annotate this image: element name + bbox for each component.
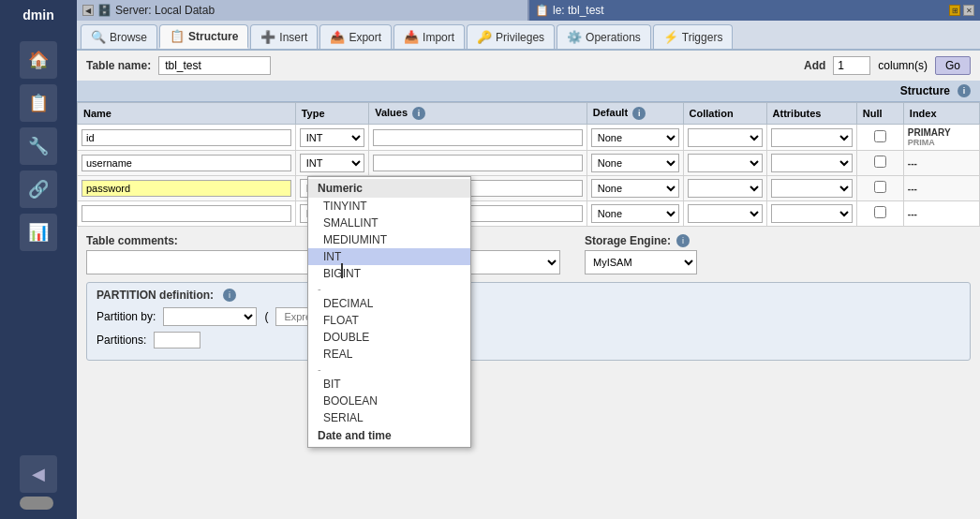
- row-1-name-cell: [78, 125, 296, 151]
- col-values: Values i: [369, 103, 587, 125]
- partition-paren-open: (: [264, 310, 268, 323]
- row-4-collation-select[interactable]: [688, 204, 763, 223]
- row-4-name-cell: [78, 201, 296, 227]
- row-3-name-input[interactable]: [82, 180, 291, 197]
- row-3-null-cell: [856, 176, 903, 201]
- storage-engine-info-icon[interactable]: i: [676, 234, 690, 247]
- tab-triggers[interactable]: ⚡ Triggers: [653, 24, 734, 49]
- tab-privileges[interactable]: 🔑 Privileges: [467, 24, 555, 49]
- window-right-close-btn[interactable]: ✕: [963, 5, 974, 16]
- dropdown-item-boolean[interactable]: BOOLEAN: [308, 393, 470, 409]
- row-1-type-cell: INT: [295, 125, 369, 151]
- row-4-default-select[interactable]: None: [591, 204, 679, 223]
- dropdown-divider-1: -: [308, 282, 470, 295]
- table-row: INT None: [78, 201, 980, 227]
- row-3-null-checkbox[interactable]: [874, 181, 886, 193]
- app-title: dmin: [22, 7, 53, 22]
- partition-info-icon[interactable]: i: [223, 289, 236, 302]
- row-2-null-cell: [856, 151, 903, 176]
- sidebar-arrow-icon[interactable]: ◀: [20, 455, 57, 493]
- row-4-index-text: ---: [908, 209, 917, 219]
- type-dropdown[interactable]: Numeric TINYINT SMALLINT MEDIUMINT INT B…: [307, 176, 471, 448]
- window-left-btn[interactable]: ◀: [82, 5, 94, 16]
- row-1-collation-select[interactable]: [688, 128, 763, 147]
- row-1-default-cell: None: [587, 125, 683, 151]
- sidebar-tool-icon[interactable]: 🔧: [20, 127, 57, 165]
- row-3-attributes-select[interactable]: [771, 179, 853, 198]
- dropdown-item-bit[interactable]: BIT: [308, 376, 470, 393]
- row-2-type-select[interactable]: INT: [300, 154, 365, 172]
- row-1-collation-cell: [683, 125, 766, 151]
- row-1-values-input[interactable]: [373, 129, 583, 146]
- row-2-name-input[interactable]: [82, 155, 291, 171]
- row-3-collation-select[interactable]: [688, 179, 763, 198]
- structure-info-icon[interactable]: i: [958, 84, 971, 97]
- tab-export[interactable]: 📤 Export: [319, 24, 392, 49]
- col-default: Default i: [587, 103, 683, 125]
- dropdown-item-decimal[interactable]: DECIMAL: [308, 295, 470, 312]
- row-3-default-select[interactable]: None: [591, 179, 679, 198]
- add-columns-input[interactable]: [833, 56, 870, 75]
- partition-header-row: PARTITION definition: i: [97, 289, 960, 302]
- tab-structure[interactable]: 📋 Structure: [159, 24, 248, 49]
- row-1-attributes-select[interactable]: [771, 128, 853, 147]
- sidebar-toggle[interactable]: [20, 497, 53, 510]
- row-3-collation-cell: [683, 176, 766, 201]
- row-1-name-input[interactable]: [82, 129, 291, 146]
- row-2-type-cell: INT: [295, 151, 369, 176]
- partitions-input[interactable]: [154, 332, 200, 348]
- sidebar-link-icon[interactable]: 🔗: [20, 171, 57, 208]
- window-right-gold-btn[interactable]: ⊞: [949, 5, 960, 16]
- dropdown-item-real[interactable]: REAL: [308, 346, 470, 363]
- dropdown-item-int[interactable]: INT: [308, 248, 470, 265]
- tab-browse[interactable]: 🔍 Browse: [81, 24, 157, 49]
- sidebar: dmin 🏠 📋 🔧 🔗 📊 ◀: [0, 0, 77, 519]
- table-name-row: Table name: Add column(s) Go: [77, 51, 980, 81]
- tab-insert[interactable]: ➕ Insert: [250, 24, 318, 49]
- dropdown-item-double[interactable]: DOUBLE: [308, 329, 470, 346]
- values-info-icon[interactable]: i: [412, 107, 425, 120]
- row-4-collation-cell: [683, 201, 766, 227]
- window-left-title: Server: Local Datab: [115, 4, 215, 17]
- row-1-null-cell: [856, 125, 903, 151]
- row-1-default-select[interactable]: None: [591, 128, 679, 147]
- dropdown-item-tinyint[interactable]: TINYINT: [308, 198, 470, 215]
- export-icon: 📤: [330, 30, 345, 44]
- row-2-default-select[interactable]: None: [591, 154, 679, 172]
- table-row: INT None: [78, 151, 980, 176]
- row-2-null-checkbox[interactable]: [874, 156, 886, 168]
- row-1-null-checkbox[interactable]: [874, 130, 886, 142]
- sidebar-list-icon[interactable]: 📋: [20, 84, 57, 122]
- bottom-section: Table comments: Collation: Storage Engin…: [77, 227, 980, 368]
- row-4-name-input[interactable]: [82, 205, 291, 222]
- row-2-collation-select[interactable]: [688, 154, 763, 172]
- partition-by-select[interactable]: [163, 307, 257, 326]
- row-1-type-select[interactable]: INT: [300, 128, 365, 147]
- col-name: Name: [78, 103, 296, 125]
- partition-section: PARTITION definition: i Partition by: ( …: [86, 282, 971, 361]
- dropdown-item-serial[interactable]: SERIAL: [308, 409, 470, 426]
- row-4-null-checkbox[interactable]: [874, 206, 886, 218]
- structure-label: Structure: [86, 84, 950, 97]
- dropdown-item-mediumint[interactable]: MEDIUMINT: [308, 231, 470, 248]
- dropdown-item-bigint[interactable]: BIGINT: [308, 265, 470, 282]
- row-4-default-cell: None: [587, 201, 683, 227]
- table-name-input[interactable]: [158, 56, 271, 75]
- window-db-icon: 🗄️: [97, 4, 111, 17]
- sidebar-home-icon[interactable]: 🏠: [20, 41, 57, 79]
- dropdown-item-float[interactable]: FLOAT: [308, 312, 470, 329]
- table-header-row: Name Type Values i Default i Collation A…: [78, 103, 980, 125]
- dropdown-divider-2: -: [308, 363, 470, 376]
- storage-engine-select[interactable]: MyISAM InnoDB: [585, 250, 697, 274]
- row-4-attributes-select[interactable]: [771, 204, 853, 223]
- col-collation: Collation: [683, 103, 766, 125]
- row-2-values-input[interactable]: [373, 155, 583, 171]
- sidebar-chart-icon[interactable]: 📊: [20, 214, 57, 251]
- go-button[interactable]: Go: [935, 56, 971, 75]
- tab-operations[interactable]: ⚙️ Operations: [557, 24, 651, 49]
- table-row: INT None: [78, 176, 980, 201]
- row-2-attributes-select[interactable]: [771, 154, 853, 172]
- dropdown-item-smallint[interactable]: SMALLINT: [308, 215, 470, 231]
- tab-import[interactable]: 📥 Import: [393, 24, 465, 49]
- default-info-icon[interactable]: i: [632, 107, 646, 120]
